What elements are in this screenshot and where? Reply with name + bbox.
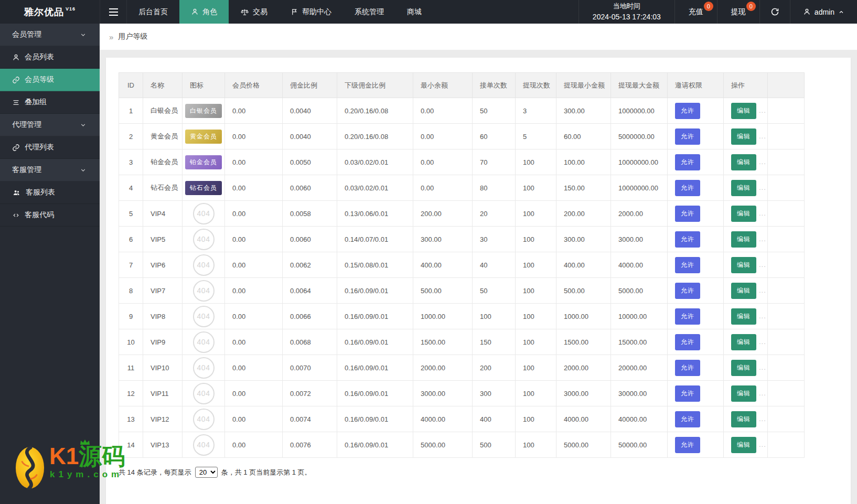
cell-operations: 编辑... <box>724 304 768 329</box>
edit-button[interactable]: 编辑 <box>731 385 756 402</box>
edit-button[interactable]: 编辑 <box>731 411 756 427</box>
sidebar-item-7[interactable]: 客服列表 <box>0 181 100 204</box>
sidebar-item-label: 会员列表 <box>25 52 54 62</box>
brand-logo: 雅尔优品 V16 <box>0 0 100 24</box>
cell-withdraw-max: 10000.00 <box>611 304 668 329</box>
invite-allow-button[interactable]: 允许 <box>675 206 700 222</box>
edit-button[interactable]: 编辑 <box>731 206 756 222</box>
invite-allow-button[interactable]: 允许 <box>675 257 700 273</box>
column-header-0: ID <box>119 73 143 98</box>
invite-allow-button[interactable]: 允许 <box>675 308 700 325</box>
more-actions: ... <box>759 312 766 320</box>
edit-button[interactable]: 编辑 <box>731 257 756 273</box>
invite-allow-button[interactable]: 允许 <box>675 128 700 145</box>
sidebar-item-0[interactable]: 会员管理 <box>0 24 100 46</box>
edit-button[interactable]: 编辑 <box>731 308 756 325</box>
refresh-button[interactable] <box>759 0 790 24</box>
invite-allow-button[interactable]: 允许 <box>675 283 700 299</box>
table-row: 13VIP124040.000.00740.16/0.09/0.014000.0… <box>119 406 805 432</box>
cell-sub-commission: 0.16/0.09/0.01 <box>337 278 413 304</box>
cell-order-count: 30 <box>473 227 516 252</box>
sidebar-item-6[interactable]: 客服管理 <box>0 159 100 181</box>
breadcrumb: » 用户等级 <box>100 24 857 50</box>
member-badge: 白银会员 <box>185 104 222 118</box>
sidebar-item-8[interactable]: 客服代码 <box>0 204 100 227</box>
cell-invite-permission: 允许 <box>668 432 724 458</box>
edit-button[interactable]: 编辑 <box>731 103 756 119</box>
cell-id: 7 <box>119 252 143 278</box>
page-title: 用户等级 <box>118 32 147 41</box>
recharge-button[interactable]: 充值 0 <box>674 0 717 24</box>
invite-allow-button[interactable]: 允许 <box>675 437 700 453</box>
page-size-select[interactable]: 20 <box>195 467 218 478</box>
sidebar-item-label: 客服列表 <box>26 188 55 197</box>
more-actions: ... <box>759 338 766 346</box>
edit-button[interactable]: 编辑 <box>731 231 756 248</box>
edit-button[interactable]: 编辑 <box>731 334 756 350</box>
content-area: ID名称图标会员价格佣金比例下级佣金比例最小余额接单次数提现次数提现最小金额提现… <box>100 50 857 504</box>
cell-invite-permission: 允许 <box>668 252 724 278</box>
cell-withdraw-max: 1000000.00 <box>611 98 668 124</box>
nav-item-4[interactable]: 系统管理 <box>343 0 395 24</box>
withdraw-button[interactable]: 提现 0 <box>717 0 759 24</box>
cell-withdraw-times: 100 <box>516 381 556 406</box>
invite-allow-button[interactable]: 允许 <box>675 180 700 196</box>
crown-icon <box>80 439 90 445</box>
nav-item-1[interactable]: 角色 <box>179 0 229 24</box>
main-area: » 用户等级 ID名称图标会员价格佣金比例下级佣金比例最小余额接单次数提现次数提… <box>100 24 857 504</box>
cell-id: 8 <box>119 278 143 304</box>
member-badge: 铂金会员 <box>185 155 222 169</box>
invite-allow-button[interactable]: 允许 <box>675 231 700 248</box>
cell-price: 0.00 <box>225 355 283 381</box>
cell-name: VIP5 <box>143 227 183 252</box>
cell-withdraw-times: 5 <box>516 124 556 149</box>
column-header-12: 操作 <box>724 73 768 98</box>
list-icon <box>12 99 20 106</box>
cell-icon: 404 <box>183 201 225 227</box>
nav-item-3[interactable]: 帮助中心 <box>279 0 343 24</box>
cell-price: 0.00 <box>225 432 283 458</box>
nav-item-5[interactable]: 商城 <box>395 0 433 24</box>
sidebar-toggle-button[interactable] <box>100 0 127 24</box>
column-header-3: 会员价格 <box>225 73 283 98</box>
table-row: 10VIP94040.000.00680.16/0.09/0.011500.00… <box>119 329 805 355</box>
edit-button[interactable]: 编辑 <box>731 154 756 170</box>
cell-withdraw-max: 10000000.00 <box>611 149 668 175</box>
cell-sub-commission: 0.16/0.09/0.01 <box>337 432 413 458</box>
username: admin <box>815 8 834 16</box>
cell-withdraw-min: 400.00 <box>556 252 611 278</box>
invite-allow-button[interactable]: 允许 <box>675 385 700 402</box>
nav-item-2[interactable]: 交易 <box>229 0 279 24</box>
table-row: 3铂金会员铂金会员0.000.00500.03/0.02/0.010.00701… <box>119 149 805 175</box>
invite-allow-button[interactable]: 允许 <box>675 411 700 427</box>
edit-button[interactable]: 编辑 <box>731 360 756 376</box>
edit-button[interactable]: 编辑 <box>731 180 756 196</box>
sidebar-item-1[interactable]: 会员列表 <box>0 46 100 69</box>
more-actions: ... <box>759 389 766 397</box>
sidebar-item-4[interactable]: 代理管理 <box>0 114 100 136</box>
cell-icon: 404 <box>183 227 225 252</box>
invite-allow-button[interactable]: 允许 <box>675 360 700 376</box>
cell-withdraw-max: 15000.00 <box>611 329 668 355</box>
nav-item-0[interactable]: 后台首页 <box>127 0 179 24</box>
column-header-1: 名称 <box>143 73 183 98</box>
cell-invite-permission: 允许 <box>668 98 724 124</box>
sidebar-item-3[interactable]: 叠加组 <box>0 91 100 114</box>
edit-button[interactable]: 编辑 <box>731 128 756 145</box>
sidebar-item-5[interactable]: 代理列表 <box>0 136 100 159</box>
scale-icon <box>240 8 249 16</box>
cell-spacer <box>768 252 805 278</box>
hamburger-icon <box>109 8 118 16</box>
user-menu[interactable]: admin <box>790 0 857 24</box>
sidebar-item-label: 会员管理 <box>12 30 41 39</box>
invite-allow-button[interactable]: 允许 <box>675 154 700 170</box>
edit-button[interactable]: 编辑 <box>731 437 756 453</box>
cell-commission: 0.0068 <box>283 329 337 355</box>
cell-operations: 编辑... <box>724 432 768 458</box>
sidebar: 会员管理会员列表会员等级叠加组代理管理代理列表客服管理客服列表客服代码 <box>0 24 100 504</box>
sidebar-item-2[interactable]: 会员等级 <box>0 69 100 91</box>
invite-allow-button[interactable]: 允许 <box>675 103 700 119</box>
edit-button[interactable]: 编辑 <box>731 283 756 299</box>
invite-allow-button[interactable]: 允许 <box>675 334 700 350</box>
cell-sub-commission: 0.20/0.16/0.08 <box>337 98 413 124</box>
